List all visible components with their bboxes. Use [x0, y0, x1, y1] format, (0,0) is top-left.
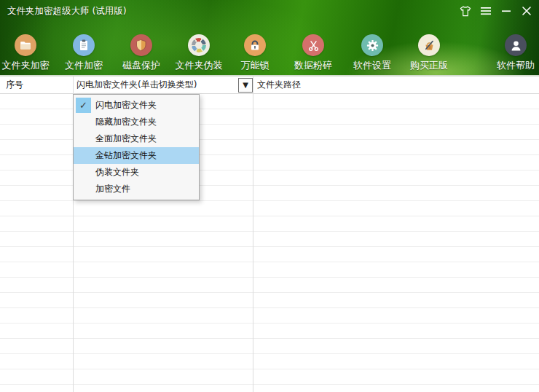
type-dropdown-menu: ✓ 闪电加密文件夹 隐藏加密文件夹 全面加密文件夹 金钻加密文件夹 伪装文件夹 …	[73, 94, 200, 200]
toolbar-label: 万能锁	[226, 59, 284, 72]
buy-basket-icon	[418, 34, 440, 56]
app-window: 文件夹加密超级大师 (试用版)	[0, 0, 539, 392]
type-dropdown-button[interactable]: ▼	[238, 78, 253, 93]
menu-item-label: 伪装文件夹	[95, 167, 139, 177]
chevron-down-icon: ▼	[243, 81, 248, 89]
toolbar-item-data-shred[interactable]: 数据粉碎	[284, 22, 342, 72]
tshirt-icon	[458, 4, 473, 18]
titlebar: 文件夹加密超级大师 (试用版)	[0, 0, 539, 22]
folder-encrypt-icon	[15, 34, 36, 56]
folder-disguise-icon	[188, 34, 210, 56]
menu-item-hide-encrypt[interactable]: 隐藏加密文件夹	[74, 114, 199, 130]
toolbar-label: 文件夹加密	[0, 59, 55, 72]
toolbar-item-folder-disguise[interactable]: 文件夹伪装	[170, 22, 228, 72]
toolbar-item-file-encrypt[interactable]: 文件加密	[55, 22, 113, 72]
help-person-icon	[505, 34, 527, 56]
minimize-button[interactable]	[498, 1, 514, 20]
menu-item-label: 闪电加密文件夹	[95, 100, 157, 110]
header-col-type[interactable]: 闪电加密文件夹(单击切换类型)	[73, 77, 238, 93]
toolbar-label: 软件帮助	[487, 59, 539, 72]
universal-lock-icon	[244, 34, 266, 56]
menu-item-encrypt-file[interactable]: 加密文件	[74, 181, 199, 197]
menu-item-full-encrypt[interactable]: 全面加密文件夹	[74, 130, 199, 147]
toolbar-item-disk-protect[interactable]: 磁盘保护	[112, 22, 170, 72]
close-icon	[522, 6, 532, 16]
toolbar-label: 软件设置	[343, 59, 401, 72]
window-title: 文件夹加密超级大师 (试用版)	[7, 0, 127, 22]
menu-item-label: 隐藏加密文件夹	[95, 117, 157, 127]
toolbar-label: 购买正版	[400, 59, 458, 72]
toolbar-label: 文件夹伪装	[170, 59, 228, 72]
close-button[interactable]	[519, 1, 535, 20]
toolbar-item-help[interactable]: 软件帮助	[487, 22, 539, 72]
check-icon: ✓	[76, 98, 91, 113]
toolbar-item-buy[interactable]: 购买正版	[400, 22, 458, 72]
menu-item-label: 加密文件	[95, 184, 130, 194]
minimize-icon	[501, 6, 511, 16]
data-shred-icon	[302, 34, 324, 56]
settings-gear-icon	[361, 34, 383, 56]
list-header: 序号 闪电加密文件夹(单击切换类型) ▼ 文件夹路径	[0, 77, 539, 94]
menu-item-flash-encrypt[interactable]: ✓ 闪电加密文件夹	[74, 97, 199, 114]
menu-item-disguise-folder[interactable]: 伪装文件夹	[74, 164, 199, 181]
header-col-path: 文件夹路径	[253, 77, 539, 93]
menu-item-label: 金钻加密文件夹	[95, 150, 157, 160]
toolbar-item-settings[interactable]: 软件设置	[343, 22, 401, 72]
toolbar-label: 文件加密	[55, 59, 113, 72]
color-ring	[192, 38, 206, 52]
disk-protect-icon	[130, 34, 152, 56]
toolbar: 文件夹加密 文件加密 磁盘保护	[0, 22, 539, 75]
toolbar-item-universal-lock[interactable]: 万能锁	[226, 22, 284, 72]
menu-item-label: 全面加密文件夹	[95, 133, 157, 144]
header-col-number: 序号	[0, 77, 73, 93]
menu-item-diamond-encrypt[interactable]: 金钻加密文件夹	[74, 147, 199, 164]
main-menu-button[interactable]	[478, 1, 494, 20]
toolbar-label: 数据粉碎	[284, 59, 342, 72]
toolbar-item-folder-encrypt[interactable]: 文件夹加密	[0, 22, 55, 72]
column-divider	[253, 77, 253, 392]
file-encrypt-icon	[73, 34, 95, 56]
window-controls	[457, 0, 535, 22]
change-skin-button[interactable]	[457, 1, 473, 20]
hamburger-icon	[480, 6, 492, 16]
toolbar-label: 磁盘保护	[112, 59, 170, 72]
